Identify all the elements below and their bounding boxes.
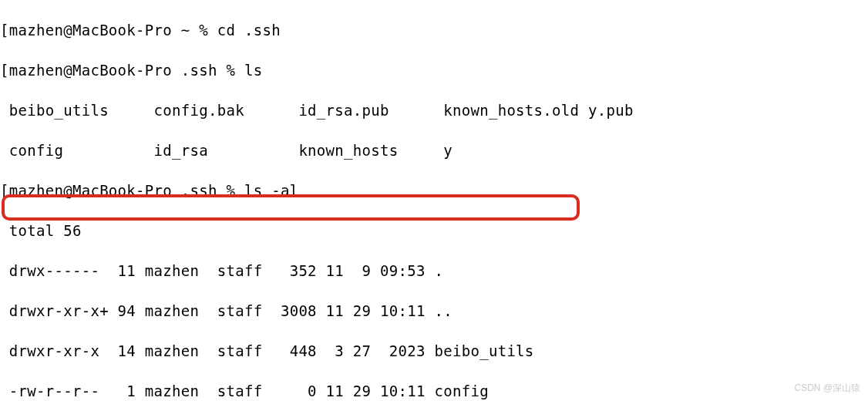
prompt-line-ls: [mazhen@MacBook-Pro .ssh % ls — [0, 60, 868, 80]
prompt-line-cd: [mazhen@MacBook-Pro ~ % cd .ssh — [0, 20, 868, 40]
list-item-dot: drwx------ 11 mazhen staff 352 11 9 09:5… — [0, 261, 868, 281]
list-item-config: -rw-r--r-- 1 mazhen staff 0 11 29 10:11 … — [0, 381, 868, 401]
terminal-output[interactable]: [mazhen@MacBook-Pro ~ % cd .ssh [mazhen@… — [0, 0, 868, 401]
prompt-line-ls-al: [mazhen@MacBook-Pro .ssh % ls -al — [0, 180, 868, 200]
list-item-dotdot: drwxr-xr-x+ 94 mazhen staff 3008 11 29 1… — [0, 301, 868, 321]
list-item-beibo: drwxr-xr-x 14 mazhen staff 448 3 27 2023… — [0, 341, 868, 361]
watermark-text: CSDN @深山猿 — [794, 378, 860, 398]
ls-output-row1: beibo_utils config.bak id_rsa.pub known_… — [0, 100, 868, 120]
ls-output-row2: config id_rsa known_hosts y — [0, 140, 868, 160]
total-line: total 56 — [0, 221, 868, 241]
